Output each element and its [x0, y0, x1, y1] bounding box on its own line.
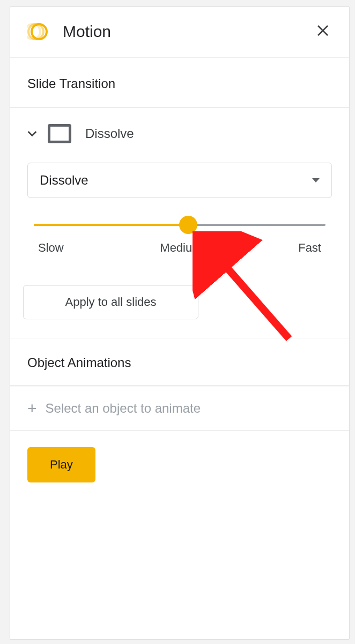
- slider-thumb[interactable]: [179, 216, 197, 234]
- close-icon: [317, 25, 329, 36]
- play-row: Play: [10, 431, 349, 499]
- apply-to-all-button[interactable]: Apply to all slides: [23, 285, 198, 319]
- slide-thumbnail-icon: [48, 124, 71, 143]
- object-animation-placeholder: Select an object to animate: [46, 401, 201, 416]
- slider-label-slow: Slow: [38, 241, 64, 255]
- transition-dropdown-value: Dissolve: [40, 173, 88, 188]
- svg-line-6: [214, 253, 289, 339]
- panel-title: Motion: [63, 23, 314, 41]
- transition-summary-row[interactable]: Dissolve: [23, 124, 336, 143]
- transition-type-dropdown[interactable]: Dissolve: [27, 163, 332, 198]
- plus-icon: +: [27, 400, 37, 416]
- motion-panel: Motion Slide Transition Dissolve Dissolv…: [10, 6, 350, 640]
- close-button[interactable]: [314, 21, 332, 42]
- object-animations-heading-row: Object Animations: [10, 339, 349, 386]
- chevron-down-icon: [26, 128, 38, 140]
- slide-transition-heading: Slide Transition: [10, 58, 349, 108]
- speed-slider[interactable]: Slow Medium Fast: [34, 224, 326, 255]
- transition-current-name: Dissolve: [85, 126, 134, 141]
- play-button[interactable]: Play: [27, 447, 95, 482]
- slider-label-medium: Medium: [160, 241, 202, 255]
- caret-down-icon: [312, 178, 320, 182]
- object-animations-heading: Object Animations: [27, 355, 332, 370]
- slider-track: [34, 224, 326, 226]
- transition-settings: Dissolve Dissolve Slow Medium Fast Apply…: [10, 108, 349, 339]
- slider-labels: Slow Medium Fast: [38, 241, 321, 255]
- add-object-animation[interactable]: + Select an object to animate: [10, 386, 349, 431]
- slider-fill: [34, 224, 188, 226]
- slider-label-fast: Fast: [298, 241, 321, 255]
- motion-icon: [27, 21, 49, 42]
- panel-header: Motion: [10, 7, 349, 58]
